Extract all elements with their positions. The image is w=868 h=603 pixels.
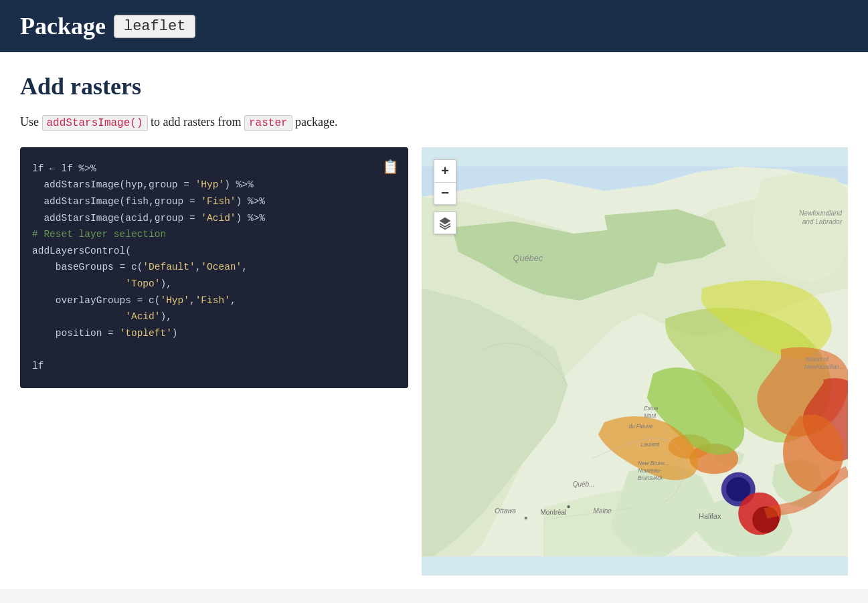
code-comment-line: # Reset layer selection — [32, 226, 396, 243]
desc-before: Use — [20, 115, 42, 128]
code-line: addStarsImage(acid,group = 'Acid') %>% — [32, 210, 396, 227]
svg-text:Québ...: Québ... — [573, 480, 595, 487]
map-controls: + − — [434, 159, 456, 234]
content-area: 📋 lf ← lf %>% addStarsImage(hyp,group = … — [20, 147, 848, 576]
code-line — [32, 342, 396, 359]
svg-marker-27 — [440, 218, 450, 224]
svg-text:Maine: Maine — [594, 507, 612, 515]
code-line: position = 'topleft') — [32, 325, 396, 342]
svg-text:New Bruns...: New Bruns... — [638, 460, 669, 466]
code-line: addStarsImage(fish,group = 'Fish') %>% — [32, 193, 396, 210]
svg-text:Nouveau-: Nouveau- — [638, 467, 662, 473]
svg-text:Newfoundlan...: Newfoundlan... — [804, 363, 845, 370]
svg-text:Marit: Marit — [644, 412, 657, 418]
desc-middle: to add rasters from — [148, 115, 244, 128]
layers-icon — [438, 216, 452, 230]
svg-text:Laurent: Laurent — [641, 442, 660, 448]
code-line: addStarsImage(hyp,group = 'Hyp') %>% — [32, 177, 396, 193]
layers-button[interactable] — [434, 211, 456, 234]
header-title: Package — [20, 12, 106, 40]
svg-text:Newfoundland: Newfoundland — [799, 209, 842, 216]
copy-button[interactable]: 📋 — [382, 157, 399, 179]
svg-text:Halifax: Halifax — [699, 511, 721, 519]
svg-text:Estua: Estua — [644, 405, 658, 411]
svg-text:Brunswick: Brunswick — [638, 475, 663, 481]
code-func-inline: addStarsImage() — [42, 115, 148, 131]
code-line: overlayGroups = c('Hyp','Fish', — [32, 292, 396, 309]
code-line: lf — [32, 358, 396, 375]
code-line: 'Topo'), — [32, 276, 396, 292]
package-badge: leaflet — [114, 15, 195, 38]
page-header: Package leaflet — [0, 0, 868, 52]
svg-text:Québec: Québec — [513, 252, 543, 262]
page-title: Add rasters — [20, 72, 848, 100]
code-pkg-inline: raster — [244, 115, 292, 131]
svg-text:●: ● — [524, 513, 528, 521]
zoom-out-button[interactable]: − — [434, 182, 456, 205]
code-panel: 📋 lf ← lf %>% addStarsImage(hyp,group = … — [20, 147, 408, 388]
map-svg: Québec Newfoundland and Labrador Estua M… — [422, 147, 848, 576]
code-line: baseGroups = c('Default','Ocean', — [32, 259, 396, 276]
svg-text:du Fleuve: du Fleuve — [628, 424, 653, 430]
zoom-in-button[interactable]: + — [434, 159, 456, 182]
main-content: Add rasters Use addStarsImage() to add r… — [0, 52, 868, 589]
code-block: lf ← lf %>% addStarsImage(hyp,group = 'H… — [32, 161, 396, 375]
svg-text:and Labrador: and Labrador — [802, 218, 843, 226]
code-line: lf ← lf %>% — [32, 161, 396, 177]
svg-text:Ottawa: Ottawa — [495, 507, 516, 515]
svg-text:Island of: Island of — [805, 356, 829, 363]
description-text: Use addStarsImage() to add rasters from … — [20, 112, 848, 133]
map-panel: Québec Newfoundland and Labrador Estua M… — [422, 147, 848, 576]
svg-text:●: ● — [567, 503, 571, 510]
code-line: addLayersControl( — [32, 243, 396, 260]
code-line: 'Acid'), — [32, 309, 396, 325]
svg-text:Montréal: Montréal — [540, 509, 566, 516]
desc-after: package. — [292, 115, 338, 128]
